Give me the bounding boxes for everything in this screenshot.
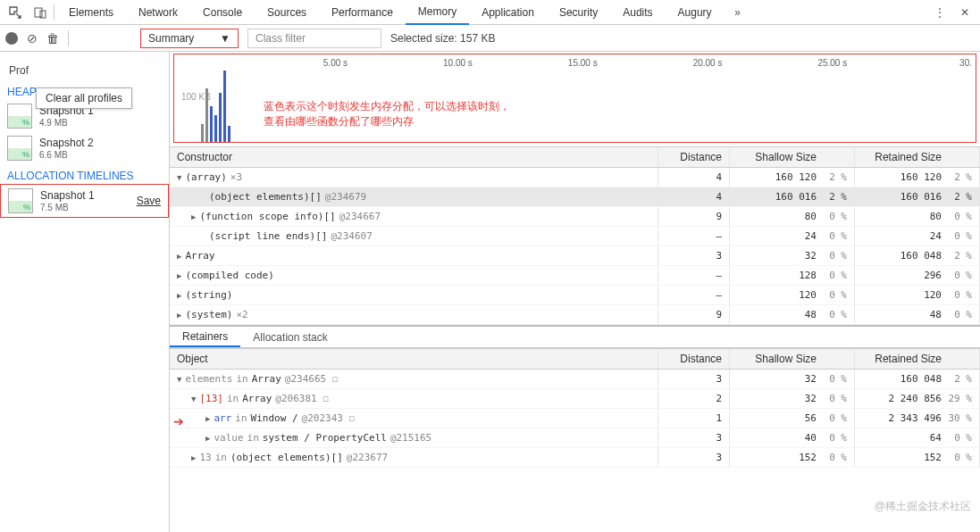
constructor-name: (object elements)[]	[209, 191, 322, 203]
tab-application[interactable]: Application	[469, 0, 547, 25]
tab-elements[interactable]: Elements	[56, 0, 126, 25]
cell-retained: 160 016	[862, 191, 942, 203]
cell-shallow-pct: 0 %	[817, 373, 847, 385]
device-icon[interactable]	[29, 1, 52, 24]
table-row[interactable]: ▼[13] in Array @206381 ☐2320 %2 240 8562…	[170, 389, 980, 409]
tab-sources[interactable]: Sources	[255, 0, 319, 25]
constructor-name: (script line ends)[]	[209, 230, 327, 242]
constructor-name: (string)	[185, 289, 232, 301]
table-row[interactable]: (object elements)[] @2346794160 0162 %16…	[170, 187, 980, 207]
cell-retained-pct: 0 %	[942, 309, 972, 320]
property-name: elements	[185, 373, 232, 385]
constructor-suffix: ×2	[236, 309, 247, 320]
cell-shallow-pct: 0 %	[817, 289, 847, 301]
disclosure-icon[interactable]: ▶	[177, 311, 181, 320]
tab-retainers[interactable]: Retainers	[170, 327, 240, 347]
clear-icon[interactable]: ⊘	[27, 31, 38, 46]
cell-retained-pct: 2 %	[942, 171, 972, 183]
inspect-icon[interactable]	[4, 1, 27, 24]
disclosure-icon[interactable]: ▶	[191, 212, 196, 221]
table-row[interactable]: ▶value in system / PropertyCell @2151653…	[170, 428, 980, 448]
disclosure-icon[interactable]: ▶	[205, 434, 210, 443]
cell-shallow: 56	[737, 412, 817, 424]
object-id: @215165	[390, 432, 431, 444]
disclosure-icon[interactable]: ▼	[177, 375, 181, 384]
record-icon[interactable]	[5, 32, 18, 45]
constructor-name: (system)	[185, 309, 232, 320]
cell-retained-pct: 0 %	[942, 289, 972, 301]
table-row[interactable]: ▶Array 3320 %160 0482 %	[170, 246, 980, 266]
table-row[interactable]: ▶arr in Window / @202343 ☐1560 %2 343 49…	[170, 409, 980, 428]
allocation-timeline[interactable]: 5.00 s10.00 s15.00 s20.00 s25.00 s30. 10…	[173, 54, 976, 143]
trash-icon[interactable]: 🗑	[46, 31, 59, 46]
tab-memory[interactable]: Memory	[406, 0, 469, 25]
separator	[68, 30, 69, 46]
col-object[interactable]: Object	[170, 349, 658, 369]
tab-security[interactable]: Security	[547, 0, 610, 25]
cell-distance: 4	[658, 187, 730, 206]
cell-shallow: 32	[737, 250, 817, 262]
cell-shallow-pct: 0 %	[817, 432, 847, 444]
object-name: Window /	[251, 412, 298, 424]
disclosure-icon[interactable]: ▼	[177, 173, 181, 182]
disclosure-icon[interactable]: ▼	[191, 395, 196, 403]
cell-retained-pct: 0 %	[942, 432, 972, 444]
close-icon[interactable]: ✕	[953, 1, 976, 24]
tab-performance[interactable]: Performance	[319, 0, 406, 25]
disclosure-icon[interactable]: ▶	[177, 291, 181, 300]
more-tabs-icon[interactable]: »	[726, 1, 750, 24]
cell-retained-pct: 0 %	[942, 270, 972, 281]
table-row[interactable]: ▶(string) –1200 %1200 %	[170, 286, 980, 305]
cell-distance: 3	[658, 428, 730, 447]
tab-network[interactable]: Network	[126, 0, 190, 25]
tab-console[interactable]: Console	[190, 0, 255, 25]
table-row[interactable]: ▶(compiled code) –1280 %2960 %	[170, 266, 980, 286]
cell-retained-pct: 0 %	[942, 452, 972, 463]
cell-distance: –	[658, 227, 730, 245]
chevron-down-icon: ▼	[220, 32, 230, 45]
object-id: @223677	[347, 452, 388, 463]
tab-audits[interactable]: Audits	[610, 0, 665, 25]
cell-retained: 80	[862, 211, 942, 222]
cell-retained-pct: 2 %	[942, 373, 972, 385]
snapshot-name: Snapshot 1	[40, 189, 95, 202]
table-row[interactable]: ▶(function scope info)[] @2346679800 %80…	[170, 207, 980, 227]
cell-shallow: 160 016	[737, 191, 817, 203]
col-distance[interactable]: Distance	[658, 349, 730, 369]
disclosure-icon[interactable]: ▶	[177, 252, 181, 261]
constructor-suffix: @234667	[339, 211, 381, 222]
constructor-name: (compiled code)	[185, 270, 273, 281]
class-filter-input[interactable]: Class filter	[247, 29, 381, 48]
col-retained[interactable]: Retained Size	[855, 349, 980, 369]
snapshot-item[interactable]: Snapshot 17.5 MBSave	[0, 184, 169, 218]
table-row[interactable]: (script line ends)[] @234607–240 %240 %	[170, 227, 980, 246]
col-retained[interactable]: Retained Size	[855, 147, 980, 167]
separator	[54, 4, 54, 21]
detail-tabs: Retainers Allocation stack	[170, 325, 980, 348]
snapshot-item[interactable]: Snapshot 26.6 MB	[0, 132, 169, 164]
col-shallow[interactable]: Shallow Size	[730, 349, 855, 369]
col-shallow[interactable]: Shallow Size	[730, 147, 855, 167]
save-link[interactable]: Save	[137, 195, 161, 207]
cell-shallow-pct: 0 %	[817, 270, 847, 281]
col-distance[interactable]: Distance	[658, 147, 730, 167]
grid-header: Object Distance Shallow Size Retained Si…	[170, 348, 980, 370]
cell-retained: 160 120	[862, 171, 942, 183]
col-constructor[interactable]: Constructor	[170, 147, 658, 167]
constructor-suffix: @234607	[331, 230, 372, 242]
view-dropdown[interactable]: Summary ▼	[140, 29, 239, 48]
cell-shallow-pct: 0 %	[817, 211, 847, 222]
table-row[interactable]: ▶(system) ×29480 %480 %	[170, 305, 980, 325]
cell-shallow-pct: 0 %	[817, 230, 847, 242]
table-row[interactable]: ▼(array) ×34160 1202 %160 1202 %	[170, 168, 980, 187]
disclosure-icon[interactable]: ▶	[205, 414, 210, 423]
disclosure-icon[interactable]: ▶	[177, 271, 181, 280]
disclosure-icon[interactable]: ▶	[191, 453, 196, 462]
cell-distance: –	[658, 286, 730, 304]
cell-retained-pct: 29 %	[942, 393, 972, 404]
kebab-icon[interactable]: ⋮	[928, 1, 951, 24]
table-row[interactable]: ▶13 in (object elements)[] @22367731520 …	[170, 448, 980, 468]
tab-allocation-stack[interactable]: Allocation stack	[240, 327, 339, 347]
tab-augury[interactable]: Augury	[666, 0, 725, 25]
table-row[interactable]: ▼elements in Array @234665 ☐3320 %160 04…	[170, 370, 980, 389]
